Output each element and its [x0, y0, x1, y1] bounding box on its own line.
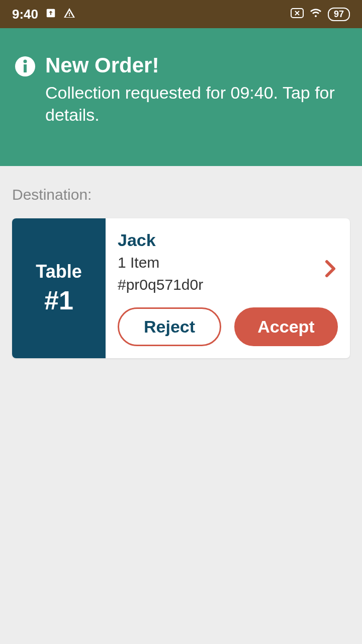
customer-name: Jack — [118, 230, 338, 250]
table-label: Table — [36, 261, 81, 282]
table-badge: Table #1 — [12, 218, 106, 358]
order-card[interactable]: Table #1 Jack 1 Item #pr0q571d0r Reject … — [12, 218, 350, 358]
svg-point-4 — [24, 60, 27, 63]
status-time: 9:40 — [12, 7, 38, 22]
notification-banner[interactable]: New Order! Collection requested for 09:4… — [0, 28, 362, 166]
reject-button[interactable]: Reject — [118, 307, 221, 346]
svg-rect-3 — [24, 64, 27, 72]
chevron-right-icon[interactable] — [324, 259, 338, 281]
banner-title: New Order! — [45, 53, 347, 77]
banner-text: New Order! Collection requested for 09:4… — [45, 53, 347, 126]
accept-button[interactable]: Accept — [234, 307, 338, 346]
status-left: 9:40 — [12, 7, 75, 22]
battery-indicator: 97 — [328, 8, 350, 21]
status-bar: 9:40 97 — [0, 0, 362, 28]
button-row: Reject Accept — [118, 307, 338, 346]
order-id: #pr0q571d0r — [118, 276, 338, 293]
destination-label: Destination: — [12, 186, 350, 203]
info-icon — [15, 56, 35, 126]
content-area: Destination: Table #1 Jack 1 Item #pr0q5… — [0, 166, 362, 378]
close-box-icon — [291, 8, 304, 20]
warning-icon — [63, 7, 75, 21]
upload-icon — [45, 8, 56, 21]
banner-subtitle: Collection requested for 09:40. Tap for … — [45, 82, 347, 126]
status-right: 97 — [291, 8, 350, 21]
wifi-icon — [310, 8, 322, 20]
order-details: Jack 1 Item #pr0q571d0r Reject Accept — [106, 218, 350, 358]
table-number: #1 — [44, 285, 73, 315]
item-count: 1 Item — [118, 254, 338, 271]
